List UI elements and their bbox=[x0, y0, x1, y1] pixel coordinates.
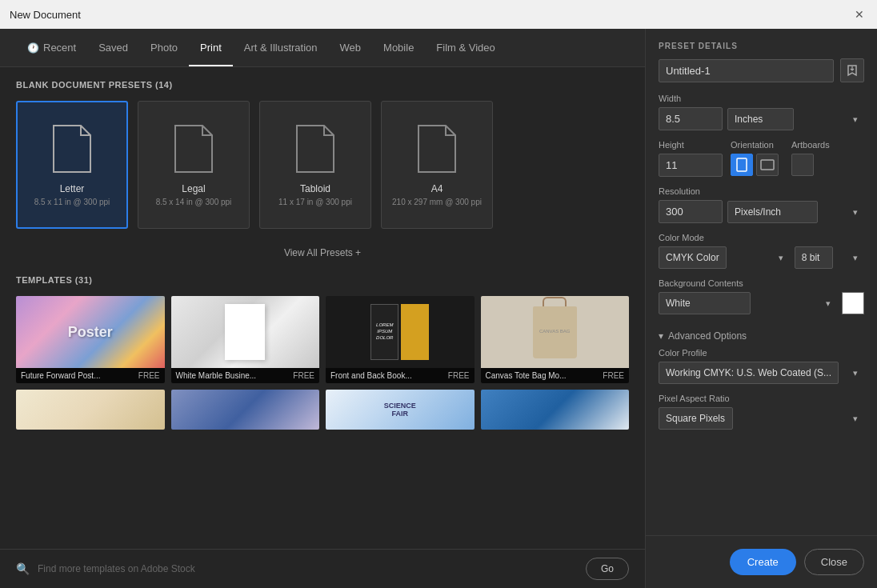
save-preset-button[interactable] bbox=[840, 58, 864, 82]
legal-doc-icon bbox=[174, 124, 214, 174]
resolution-row: Pixels/Inch Pixels/Centimeter bbox=[659, 200, 864, 223]
resolution-section: Resolution Pixels/Inch Pixels/Centimeter bbox=[646, 186, 877, 233]
blue-thumb bbox=[171, 390, 320, 430]
preset-tabloid[interactable]: Tabloid 11 x 17 in @ 300 ppi bbox=[259, 101, 371, 229]
search-input[interactable] bbox=[38, 563, 578, 574]
preset-details-header: PRESET DETAILS bbox=[646, 29, 877, 58]
template-wedding[interactable] bbox=[16, 390, 165, 430]
marble-thumb bbox=[171, 296, 320, 368]
create-button[interactable]: Create bbox=[730, 549, 796, 575]
tab-saved[interactable]: Saved bbox=[87, 29, 139, 66]
title-bar: New Document ✕ bbox=[0, 0, 877, 29]
presets-grid: Letter 8.5 x 11 in @ 300 ppi Legal 8.5 x… bbox=[16, 101, 629, 229]
template-bag[interactable]: CANVAS BAG Canvas Tote Bag Mo... FREE bbox=[481, 296, 630, 383]
color-profile-section: Color Profile Working CMYK: U.S. Web Coa… bbox=[646, 348, 877, 394]
color-mode-row: Bitmap Grayscale RGB Color CMYK Color La… bbox=[659, 246, 864, 269]
close-button[interactable]: Close bbox=[804, 549, 864, 575]
document-name-input[interactable] bbox=[659, 59, 834, 82]
go-button[interactable]: Go bbox=[586, 558, 629, 580]
bg-contents-select[interactable]: White Black Background Color Transparent… bbox=[659, 292, 751, 314]
tab-web[interactable]: Web bbox=[329, 29, 373, 66]
view-all-presets[interactable]: View All Presets + bbox=[16, 245, 629, 259]
width-unit-wrapper: Pixels Inches Centimeters Millimeters bbox=[727, 108, 864, 130]
preset-letter[interactable]: Letter 8.5 x 11 in @ 300 ppi bbox=[16, 101, 128, 229]
portrait-button[interactable] bbox=[731, 154, 753, 176]
height-orientation-section: Height Orientation Artboards bbox=[646, 140, 877, 186]
width-row: Pixels Inches Centimeters Millimeters bbox=[659, 107, 864, 130]
tabloid-name: Tabloid bbox=[300, 183, 330, 194]
template-cans[interactable] bbox=[481, 390, 630, 430]
science-thumb: SCIENCEFAIR bbox=[326, 390, 475, 430]
resolution-label: Resolution bbox=[659, 186, 864, 196]
tab-mobile[interactable]: Mobile bbox=[372, 29, 425, 66]
height-input[interactable] bbox=[659, 154, 723, 177]
bg-contents-label: Background Contents bbox=[659, 278, 864, 288]
chevron-down-icon: ▾ bbox=[659, 330, 663, 342]
templates-section-header: TEMPLATES (31) bbox=[16, 275, 629, 285]
right-panel: PRESET DETAILS Width Pixels Inches bbox=[645, 29, 877, 588]
color-mode-select[interactable]: Bitmap Grayscale RGB Color CMYK Color La… bbox=[659, 246, 727, 269]
artboards-label: Artboards bbox=[791, 140, 830, 150]
width-section: Width Pixels Inches Centimeters Millimet… bbox=[646, 94, 877, 140]
color-mode-wrapper: Bitmap Grayscale RGB Color CMYK Color La… bbox=[659, 246, 790, 269]
window-title: New Document bbox=[10, 9, 81, 21]
a4-name: A4 bbox=[431, 183, 443, 194]
bg-contents-row: White Black Background Color Transparent… bbox=[659, 292, 864, 314]
tab-art[interactable]: Art & Illustration bbox=[233, 29, 329, 66]
bit-depth-select[interactable]: 8 bit 16 bit 32 bit bbox=[795, 246, 833, 269]
view-all-link[interactable]: View All Presets + bbox=[284, 247, 361, 258]
bg-color-swatch[interactable] bbox=[842, 292, 864, 314]
color-profile-select[interactable]: Working CMYK: U.S. Web Coated (S... bbox=[659, 362, 839, 384]
advanced-options-toggle[interactable]: ▾ Advanced Options bbox=[646, 324, 877, 348]
template-science[interactable]: SCIENCEFAIR bbox=[326, 390, 475, 430]
svg-rect-1 bbox=[761, 160, 774, 170]
tabloid-doc-icon bbox=[295, 124, 335, 174]
artboards-section: Artboards bbox=[791, 140, 830, 176]
search-icon: 🔍 bbox=[16, 562, 30, 575]
template-blue[interactable] bbox=[171, 390, 320, 430]
poster-thumb: Poster bbox=[16, 296, 165, 368]
color-mode-label: Color Mode bbox=[659, 233, 864, 242]
preset-legal[interactable]: Legal 8.5 x 14 in @ 300 ppi bbox=[138, 101, 250, 229]
width-input[interactable] bbox=[659, 107, 723, 130]
template-book[interactable]: LOREM IPSUM DOLOR Front and Back Book...… bbox=[326, 296, 475, 383]
letter-size: 8.5 x 11 in @ 300 ppi bbox=[34, 198, 110, 206]
legal-size: 8.5 x 14 in @ 300 ppi bbox=[156, 198, 232, 206]
left-panel: 🕐 Recent Saved Photo Print Art & Illustr… bbox=[0, 29, 645, 588]
window-close-button[interactable]: ✕ bbox=[851, 6, 867, 22]
preset-name-row bbox=[646, 58, 877, 94]
letter-name: Letter bbox=[60, 183, 85, 194]
orientation-section: Orientation bbox=[731, 140, 779, 176]
landscape-button[interactable] bbox=[756, 154, 779, 176]
preset-a4[interactable]: A4 210 x 297 mm @ 300 ppi bbox=[381, 101, 493, 229]
width-unit-select[interactable]: Pixels Inches Centimeters Millimeters bbox=[727, 108, 794, 130]
height-label: Height bbox=[659, 140, 723, 150]
resolution-unit-select[interactable]: Pixels/Inch Pixels/Centimeter bbox=[727, 201, 818, 223]
main-container: 🕐 Recent Saved Photo Print Art & Illustr… bbox=[0, 29, 877, 588]
bg-contents-wrapper: White Black Background Color Transparent… bbox=[659, 292, 837, 314]
tab-recent[interactable]: 🕐 Recent bbox=[16, 29, 87, 66]
wedding-thumb bbox=[16, 390, 165, 430]
color-profile-wrapper: Working CMYK: U.S. Web Coated (S... bbox=[659, 362, 864, 384]
book-thumb: LOREM IPSUM DOLOR bbox=[326, 296, 475, 368]
orientation-label: Orientation bbox=[731, 140, 779, 150]
tab-film[interactable]: Film & Video bbox=[425, 29, 506, 66]
resolution-unit-wrapper: Pixels/Inch Pixels/Centimeter bbox=[727, 201, 864, 223]
tab-photo[interactable]: Photo bbox=[139, 29, 189, 66]
pixel-ratio-select[interactable]: Square Pixels bbox=[659, 407, 733, 430]
artboards-checkbox[interactable] bbox=[791, 154, 814, 176]
resolution-input[interactable] bbox=[659, 200, 723, 223]
color-mode-section: Color Mode Bitmap Grayscale RGB Color CM… bbox=[646, 233, 877, 278]
color-profile-label: Color Profile bbox=[659, 348, 864, 358]
book-label: Front and Back Book... FREE bbox=[326, 368, 475, 383]
tabloid-size: 11 x 17 in @ 300 ppi bbox=[278, 198, 352, 206]
bit-depth-wrapper: 8 bit 16 bit 32 bit bbox=[795, 246, 864, 269]
bottom-buttons: Create Close bbox=[646, 535, 877, 588]
presets-section-header: BLANK DOCUMENT PRESETS (14) bbox=[16, 80, 629, 90]
bag-thumb: CANVAS BAG bbox=[481, 296, 630, 368]
advanced-options-label: Advanced Options bbox=[668, 330, 747, 342]
template-marble[interactable]: White Marble Busine... FREE bbox=[171, 296, 320, 383]
tab-print[interactable]: Print bbox=[189, 29, 233, 66]
templates-grid: Poster Future Forward Post... FREE Whit bbox=[16, 296, 629, 430]
template-poster[interactable]: Poster Future Forward Post... FREE bbox=[16, 296, 165, 383]
